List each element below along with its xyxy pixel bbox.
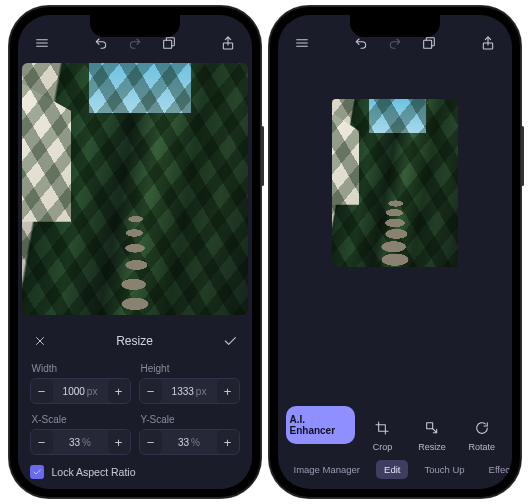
xscale-value: 33% bbox=[53, 437, 108, 448]
windows-icon[interactable] bbox=[159, 33, 179, 53]
side-button bbox=[261, 126, 264, 186]
xscale-label: X-Scale bbox=[32, 414, 131, 425]
edit-tools-row: A.I. Enhancer Crop Resize Rotate bbox=[278, 402, 512, 454]
crop-icon bbox=[371, 417, 393, 439]
resize-icon bbox=[421, 417, 443, 439]
bottom-tabs: Image Manager Edit Touch Up Effects Arts… bbox=[278, 454, 512, 489]
yscale-label: Y-Scale bbox=[141, 414, 240, 425]
undo-icon[interactable] bbox=[351, 33, 371, 53]
xscale-field: X-Scale − 33% + bbox=[30, 412, 131, 455]
phone-left: Resize Width − 1000px + Height bbox=[9, 6, 261, 498]
yscale-field: Y-Scale − 33% + bbox=[139, 412, 240, 455]
width-value: 1000px bbox=[53, 386, 108, 397]
height-field: Height − 1333px + bbox=[139, 361, 240, 404]
xscale-stepper[interactable]: − 33% + bbox=[30, 429, 131, 455]
tab-touch-up[interactable]: Touch Up bbox=[416, 460, 472, 479]
redo-icon[interactable] bbox=[385, 33, 405, 53]
yscale-stepper[interactable]: − 33% + bbox=[139, 429, 240, 455]
undo-icon[interactable] bbox=[91, 33, 111, 53]
height-stepper[interactable]: − 1333px + bbox=[139, 378, 240, 404]
yscale-increment[interactable]: + bbox=[217, 430, 239, 454]
lock-aspect-row[interactable]: Lock Aspect Ratio bbox=[30, 465, 240, 479]
svg-rect-0 bbox=[163, 40, 171, 48]
tab-image-manager[interactable]: Image Manager bbox=[286, 460, 369, 479]
rotate-icon bbox=[471, 417, 493, 439]
width-increment[interactable]: + bbox=[108, 379, 130, 403]
width-label: Width bbox=[32, 363, 131, 374]
width-decrement[interactable]: − bbox=[31, 379, 53, 403]
top-toolbar bbox=[278, 15, 512, 59]
height-decrement[interactable]: − bbox=[140, 379, 162, 403]
yscale-decrement[interactable]: − bbox=[140, 430, 162, 454]
share-icon[interactable] bbox=[218, 33, 238, 53]
xscale-decrement[interactable]: − bbox=[31, 430, 53, 454]
lock-aspect-label: Lock Aspect Ratio bbox=[52, 466, 136, 478]
windows-icon[interactable] bbox=[419, 33, 439, 53]
image-canvas[interactable] bbox=[22, 63, 248, 315]
height-increment[interactable]: + bbox=[217, 379, 239, 403]
tab-edit[interactable]: Edit bbox=[376, 460, 408, 479]
svg-rect-4 bbox=[427, 423, 433, 429]
rotate-button[interactable]: Rotate bbox=[460, 417, 504, 452]
tab-effects[interactable]: Effects bbox=[481, 460, 512, 479]
yscale-value: 33% bbox=[162, 437, 217, 448]
close-icon[interactable] bbox=[30, 331, 50, 351]
lock-aspect-checkbox[interactable] bbox=[30, 465, 44, 479]
height-value: 1333px bbox=[162, 386, 217, 397]
width-stepper[interactable]: − 1000px + bbox=[30, 378, 131, 404]
top-toolbar bbox=[18, 15, 252, 59]
xscale-increment[interactable]: + bbox=[108, 430, 130, 454]
confirm-icon[interactable] bbox=[220, 331, 240, 351]
svg-rect-2 bbox=[423, 40, 431, 48]
resize-panel: Resize Width − 1000px + Height bbox=[18, 315, 252, 489]
image-canvas[interactable] bbox=[332, 99, 458, 267]
height-label: Height bbox=[141, 363, 240, 374]
screen-right: A.I. Enhancer Crop Resize Rotate bbox=[278, 15, 512, 489]
hamburger-icon[interactable] bbox=[292, 33, 312, 53]
panel-title: Resize bbox=[116, 334, 153, 348]
screen-left: Resize Width − 1000px + Height bbox=[18, 15, 252, 489]
canvas-area bbox=[278, 59, 512, 402]
redo-icon[interactable] bbox=[125, 33, 145, 53]
crop-button[interactable]: Crop bbox=[361, 417, 405, 452]
hamburger-icon[interactable] bbox=[32, 33, 52, 53]
resize-button[interactable]: Resize bbox=[410, 417, 454, 452]
phone-right: A.I. Enhancer Crop Resize Rotate bbox=[269, 6, 521, 498]
side-button bbox=[521, 126, 524, 186]
share-icon[interactable] bbox=[478, 33, 498, 53]
ai-enhancer-button[interactable]: A.I. Enhancer bbox=[286, 406, 355, 444]
width-field: Width − 1000px + bbox=[30, 361, 131, 404]
